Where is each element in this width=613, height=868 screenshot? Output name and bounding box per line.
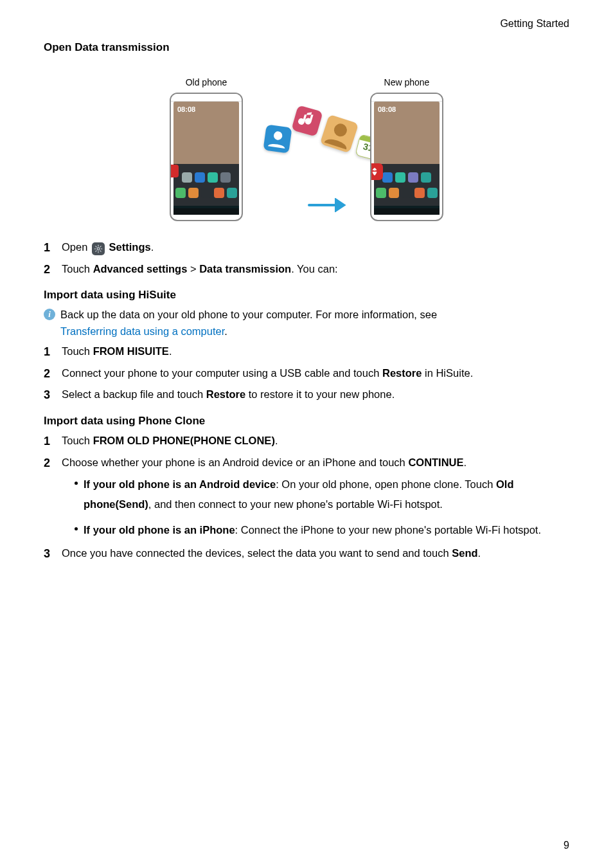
steps-hisuite: Touch FROM HISUITE. Connect your phone t… — [44, 343, 569, 403]
text: . You can: — [291, 263, 338, 275]
text: Touch — [62, 263, 93, 275]
avatar-icon — [320, 114, 359, 153]
link-transferring-data[interactable]: Transferring data using a computer — [60, 325, 224, 337]
arrow-icon — [308, 198, 346, 212]
text: , and then connect to your new phone's p… — [148, 498, 443, 510]
text: . — [151, 241, 154, 253]
svg-point-1 — [332, 122, 348, 138]
phone-clone-icon — [370, 163, 383, 180]
step-touch-advanced: Touch Advanced settings > Data transmiss… — [44, 261, 569, 278]
step-send-data: Once you have connected the devices, sel… — [44, 545, 569, 562]
step-open-settings: Open Settings. — [44, 239, 569, 256]
heading-open-data-transmission: Open Data transmission — [44, 41, 569, 54]
new-phone-block: New phone 08:08 — [370, 77, 443, 221]
separator: > — [187, 263, 199, 275]
text: Choose whether your phone is an Android … — [62, 457, 408, 468]
restore-label: Restore — [206, 388, 245, 400]
step-from-hisuite: Touch FROM HISUITE. — [44, 343, 569, 360]
text: Select a backup file and touch — [62, 388, 206, 400]
send-label: Send — [452, 547, 477, 559]
heading-import-hisuite: Import data using HiSuite — [44, 289, 569, 302]
svg-point-0 — [273, 131, 283, 141]
step-choose-device: Choose whether your phone is an Android … — [44, 455, 569, 541]
info-icon: i — [44, 309, 55, 320]
info-text: Back up the data on your old phone to yo… — [60, 309, 437, 320]
bullet-android: If your old phone is an Android device: … — [75, 475, 569, 515]
info-backup-note: i Back up the data on your old phone to … — [44, 307, 569, 339]
text: . — [275, 435, 278, 446]
continue-label: CONTINUE — [408, 457, 463, 468]
text: to restore it to your new phone. — [245, 388, 395, 400]
phone-clone-icon — [170, 165, 179, 177]
text: Touch — [62, 345, 93, 357]
settings-icon — [92, 242, 105, 255]
from-hisuite-label: FROM HISUITE — [93, 345, 169, 357]
data-transmission-label: Data transmission — [199, 263, 291, 275]
text: Once you have connected the devices, sel… — [62, 547, 452, 559]
steps-open-data: Open Settings. Touch Advanced settings >… — [44, 239, 569, 277]
svg-point-2 — [97, 248, 100, 250]
step-from-old-phone: Touch FROM OLD PHONE(PHONE CLONE). — [44, 433, 569, 449]
contacts-icon — [263, 124, 292, 153]
text: . — [478, 547, 481, 559]
text: . — [169, 345, 172, 357]
steps-phone-clone: Touch FROM OLD PHONE(PHONE CLONE). Choos… — [44, 433, 569, 562]
settings-label: Settings — [109, 241, 151, 253]
old-phone-clock: 08:08 — [177, 105, 195, 113]
old-phone-mockup: 08:08 — [170, 93, 243, 221]
new-phone-clock: 08:08 — [378, 105, 396, 113]
heading-import-phone-clone: Import data using Phone Clone — [44, 415, 569, 428]
old-phone-label: Old phone — [186, 77, 227, 87]
old-phone-block: Old phone 08:08 — [170, 77, 243, 221]
text: in HiSuite. — [422, 367, 473, 379]
text: Connect your phone to your computer usin… — [62, 367, 382, 379]
page-header-right: Getting Started — [500, 18, 569, 30]
android-device-label: If your old phone is an Android device — [84, 478, 276, 490]
sub-bullets: If your old phone is an Android device: … — [62, 475, 569, 540]
new-phone-mockup: 08:08 — [370, 93, 443, 221]
restore-label: Restore — [382, 367, 422, 379]
advanced-settings-label: Advanced settings — [93, 263, 188, 275]
illustration-data-transfer: Old phone 08:08 — [44, 77, 569, 221]
text: : On your old phone, open phone clone. T… — [276, 478, 496, 490]
from-old-phone-label: FROM OLD PHONE(PHONE CLONE) — [93, 435, 275, 446]
text: Touch — [62, 435, 93, 446]
music-icon — [291, 105, 323, 136]
step-connect-usb: Connect your phone to your computer usin… — [44, 365, 569, 382]
new-phone-label: New phone — [384, 77, 430, 87]
bullet-iphone: If your old phone is an iPhone: Connect … — [75, 520, 569, 540]
page-number: 9 — [564, 840, 569, 851]
text: . — [224, 325, 227, 337]
text: . — [464, 457, 467, 468]
text: : Connect the iPhone to your new phone's… — [235, 524, 541, 536]
iphone-label: If your old phone is an iPhone — [84, 524, 235, 536]
step-select-backup: Select a backup file and touch Restore t… — [44, 386, 569, 403]
text: Open — [62, 241, 91, 253]
